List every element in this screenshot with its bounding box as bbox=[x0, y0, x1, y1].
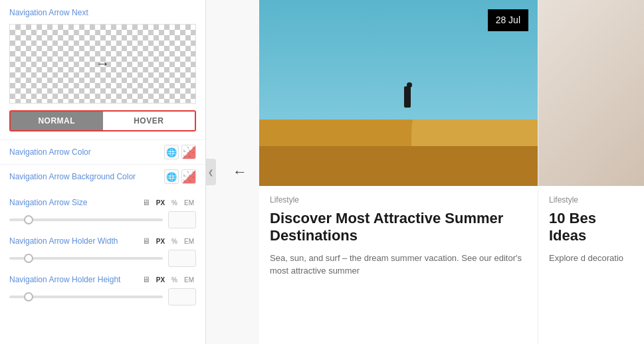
arrow-holder-width-input[interactable] bbox=[168, 250, 196, 267]
unit-selector-height: PX % EM bbox=[154, 276, 196, 284]
arrow-holder-width-slider[interactable] bbox=[9, 257, 163, 260]
arrow-size-slider-row bbox=[0, 211, 205, 232]
card-1-category: Lifestyle bbox=[270, 195, 527, 205]
date-badge: 28 Jul bbox=[488, 9, 528, 31]
nav-arrow-left[interactable]: ← bbox=[233, 163, 247, 181]
cards-container: 28 Jul Lifestyle Discover Most Attractiv… bbox=[259, 0, 644, 344]
arrow-holder-width-header: Navigation Arrow Holder Width 🖥 PX % EM bbox=[9, 236, 196, 246]
card-1-image: 28 Jul bbox=[259, 0, 538, 186]
card-1-title: Discover Most Attractive Summer Destinat… bbox=[270, 210, 527, 245]
unit-em-size[interactable]: EM bbox=[182, 199, 196, 207]
arrow-bg-color-controls: 🌐 bbox=[164, 169, 196, 184]
unit-pct-size[interactable]: % bbox=[169, 199, 179, 207]
arrow-color-label: Navigation Arrow Color bbox=[9, 147, 160, 157]
card-1-excerpt: Sea, sun, and surf – the dream summer va… bbox=[270, 252, 527, 278]
arrow-size-input[interactable] bbox=[168, 211, 196, 228]
arrow-holder-height-input[interactable] bbox=[168, 288, 196, 305]
arrow-size-label: Navigation Arrow Size bbox=[9, 198, 138, 207]
unit-em-width[interactable]: EM bbox=[182, 237, 196, 246]
card-1-body: Lifestyle Discover Most Attractive Summe… bbox=[259, 186, 538, 344]
unit-em-height[interactable]: EM bbox=[182, 276, 196, 284]
monitor-icon-height: 🖥 bbox=[142, 275, 150, 284]
hover-tab[interactable]: HOVER bbox=[103, 112, 195, 130]
right-panel: ❮ ← 28 Jul Lifestyle Discover Most Att bbox=[206, 0, 644, 344]
card-2-body: Lifestyle 10 Bes Ideas Explore d decorat… bbox=[538, 186, 644, 344]
arrow-color-controls: 🌐 bbox=[164, 145, 196, 159]
arrow-holder-width-label: Navigation Arrow Holder Width bbox=[9, 236, 138, 246]
unit-pct-height[interactable]: % bbox=[169, 276, 179, 284]
arrow-symbol: → bbox=[96, 55, 110, 72]
unit-px-height[interactable]: PX bbox=[154, 276, 167, 284]
arrow-holder-width-slider-row bbox=[0, 250, 205, 271]
arrow-bg-color-row: Navigation Arrow Background Color 🌐 bbox=[0, 164, 205, 189]
card-2-image bbox=[538, 0, 644, 186]
card-2-excerpt: Explore d decoratio bbox=[549, 252, 633, 265]
arrow-holder-width-row: Navigation Arrow Holder Width 🖥 PX % EM bbox=[0, 232, 205, 250]
unit-selector-size: PX % EM bbox=[154, 199, 196, 207]
normal-hover-toggle[interactable]: NORMAL HOVER bbox=[9, 110, 196, 131]
person-body bbox=[404, 86, 411, 108]
unit-px-width[interactable]: PX bbox=[154, 237, 167, 246]
unit-px-size[interactable]: PX bbox=[154, 199, 167, 207]
arrow-size-header: Navigation Arrow Size 🖥 PX % EM bbox=[9, 198, 196, 207]
arrow-size-slider[interactable] bbox=[9, 218, 163, 221]
arrow-color-row: Navigation Arrow Color 🌐 bbox=[0, 139, 205, 164]
unit-pct-width[interactable]: % bbox=[169, 237, 179, 246]
arrow-holder-height-slider-row bbox=[0, 288, 205, 309]
arrow-holder-height-row: Navigation Arrow Holder Height 🖥 PX % EM bbox=[0, 271, 205, 288]
color-swatch-1[interactable] bbox=[181, 145, 196, 159]
monitor-icon-size: 🖥 bbox=[142, 198, 150, 207]
arrow-bg-color-label: Navigation Arrow Background Color bbox=[9, 172, 160, 181]
arrow-preview: → bbox=[9, 24, 196, 104]
card-2: Lifestyle 10 Bes Ideas Explore d decorat… bbox=[538, 0, 644, 344]
globe-icon-2[interactable]: 🌐 bbox=[164, 169, 179, 184]
globe-icon-1[interactable]: 🌐 bbox=[164, 145, 179, 159]
collapse-handle[interactable]: ❮ bbox=[206, 159, 216, 185]
rock-bottom bbox=[259, 146, 538, 186]
monitor-icon-width: 🖥 bbox=[142, 236, 150, 246]
arrow-holder-height-label: Navigation Arrow Holder Height bbox=[9, 275, 138, 284]
card-2-category: Lifestyle bbox=[549, 195, 633, 205]
left-panel: Navigation Arrow Next → NORMAL HOVER Nav… bbox=[0, 0, 206, 344]
arrow-holder-height-slider[interactable] bbox=[9, 296, 163, 298]
normal-tab[interactable]: NORMAL bbox=[11, 112, 103, 130]
card-1: 28 Jul Lifestyle Discover Most Attractiv… bbox=[259, 0, 538, 344]
arrow-size-row: Navigation Arrow Size 🖥 PX % EM bbox=[0, 194, 205, 211]
card-2-image-bg bbox=[538, 0, 644, 186]
card-2-title: 10 Bes Ideas bbox=[549, 210, 633, 245]
unit-selector-width: PX % EM bbox=[154, 237, 196, 246]
section-title: Navigation Arrow Next bbox=[0, 0, 205, 21]
arrow-holder-height-header: Navigation Arrow Holder Height 🖥 PX % EM bbox=[9, 275, 196, 284]
color-swatch-2[interactable] bbox=[181, 169, 196, 184]
